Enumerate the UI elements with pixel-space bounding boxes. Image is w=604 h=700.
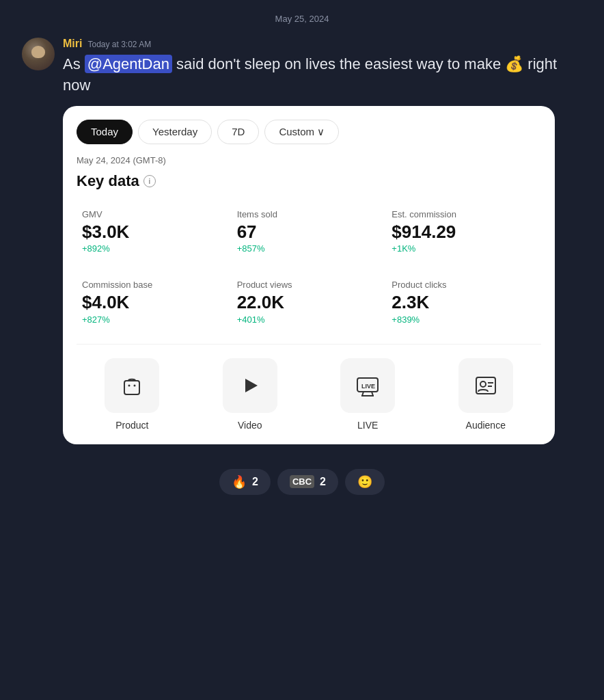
tab-today[interactable]: Today: [77, 120, 133, 144]
tab-custom[interactable]: Custom ∨: [264, 120, 339, 144]
metric-commission-change: +1K%: [392, 243, 536, 254]
metric-pv-value: 22.0K: [237, 293, 381, 312]
date-divider: May 25, 2024: [275, 14, 329, 24]
metrics-row-1: GMV $3.0K +892% Items sold 67 +857% Est.…: [77, 202, 541, 267]
metric-commission: Est. commission $914.29 +1K%: [386, 202, 541, 267]
svg-rect-0: [124, 381, 139, 394]
svg-marker-3: [245, 379, 258, 392]
smile-emoji: 🙂: [357, 474, 372, 489]
metric-pv-label: Product views: [237, 280, 381, 290]
reaction-smile[interactable]: 🙂: [345, 469, 385, 495]
svg-point-1: [128, 384, 131, 386]
product-icon-box: [105, 358, 159, 413]
message-row: Miri Today at 3:02 AM As @AgentDan said …: [22, 38, 582, 444]
metric-pc-label: Product clicks: [392, 280, 536, 290]
metric-cb-change: +827%: [82, 314, 226, 325]
metric-items-label: Items sold: [237, 209, 381, 219]
product-icon: [120, 374, 143, 397]
metric-pv-change: +401%: [237, 314, 381, 325]
section-title: Key data i: [77, 172, 541, 190]
audience-icon: [474, 374, 497, 397]
svg-point-2: [134, 384, 136, 386]
username: Miri: [63, 38, 82, 50]
nav-product[interactable]: Product: [77, 358, 188, 431]
metric-product-views: Product views 22.0K +401%: [232, 273, 387, 337]
metric-items-sold: Items sold 67 +857%: [232, 202, 387, 267]
reaction-cbc[interactable]: CBC 2: [277, 469, 338, 495]
metric-product-clicks: Product clicks 2.3K +839%: [386, 273, 541, 337]
nav-video[interactable]: Video: [195, 358, 306, 431]
metric-gmv-change: +892%: [82, 243, 226, 254]
message-header: Miri Today at 3:02 AM: [63, 38, 582, 50]
cbc-count: 2: [320, 476, 326, 488]
video-icon-box: [223, 358, 277, 413]
metric-gmv-value: $3.0K: [82, 222, 226, 242]
nav-live[interactable]: LIVE LIVE: [312, 358, 424, 431]
live-tv-icon: LIVE: [355, 374, 381, 397]
metric-items-value: 67: [237, 222, 381, 242]
svg-text:LIVE: LIVE: [361, 383, 375, 390]
text-before: As: [63, 55, 85, 72]
chevron-down-icon: ∨: [317, 126, 325, 138]
cbc-emoji: CBC: [290, 475, 314, 488]
section-title-text: Key data: [77, 172, 139, 190]
metric-gmv: GMV $3.0K +892%: [77, 202, 232, 267]
metric-pc-value: 2.3K: [392, 293, 536, 312]
tab-custom-label: Custom: [279, 126, 314, 137]
fire-count: 2: [252, 476, 258, 488]
metrics-row-2: Commission base $4.0K +827% Product view…: [77, 273, 541, 337]
live-icon-box: LIVE: [340, 358, 395, 413]
nav-live-label: LIVE: [357, 420, 378, 431]
tab-yesterday[interactable]: Yesterday: [138, 120, 212, 144]
message-content: Miri Today at 3:02 AM As @AgentDan said …: [63, 38, 582, 444]
card-date-label: May 24, 2024 (GMT-8): [77, 155, 541, 165]
nav-audience-label: Audience: [466, 420, 506, 431]
info-icon[interactable]: i: [143, 175, 156, 187]
metric-commission-base: Commission base $4.0K +827%: [77, 273, 232, 337]
svg-point-10: [480, 381, 486, 387]
message-text: As @AgentDan said don't sleep on lives t…: [63, 54, 582, 96]
metric-cb-label: Commission base: [82, 280, 226, 290]
divider: [77, 344, 541, 345]
fire-emoji: 🔥: [232, 474, 247, 489]
metric-cb-value: $4.0K: [82, 293, 226, 312]
metric-gmv-label: GMV: [82, 209, 226, 219]
avatar: [22, 38, 55, 70]
analytics-card: Today Yesterday 7D Custom ∨ May 24, 2024…: [63, 106, 555, 444]
tab-7d[interactable]: 7D: [217, 120, 259, 144]
metric-commission-value: $914.29: [392, 222, 536, 242]
mention: @AgentDan: [85, 55, 172, 73]
audience-icon-box: [458, 358, 513, 413]
timestamp: Today at 3:02 AM: [87, 40, 151, 49]
nav-product-label: Product: [115, 420, 148, 431]
metric-commission-label: Est. commission: [392, 209, 536, 219]
tabs-row: Today Yesterday 7D Custom ∨: [77, 120, 541, 144]
metric-pc-change: +839%: [392, 314, 536, 325]
nav-video-label: Video: [238, 420, 262, 431]
reaction-fire[interactable]: 🔥 2: [219, 469, 271, 495]
nav-audience[interactable]: Audience: [430, 358, 542, 431]
video-play-icon: [238, 374, 262, 397]
reactions-row: 🔥 2 CBC 2 🙂: [22, 469, 582, 495]
metric-items-change: +857%: [237, 243, 381, 254]
nav-grid: Product Video: [77, 358, 541, 431]
